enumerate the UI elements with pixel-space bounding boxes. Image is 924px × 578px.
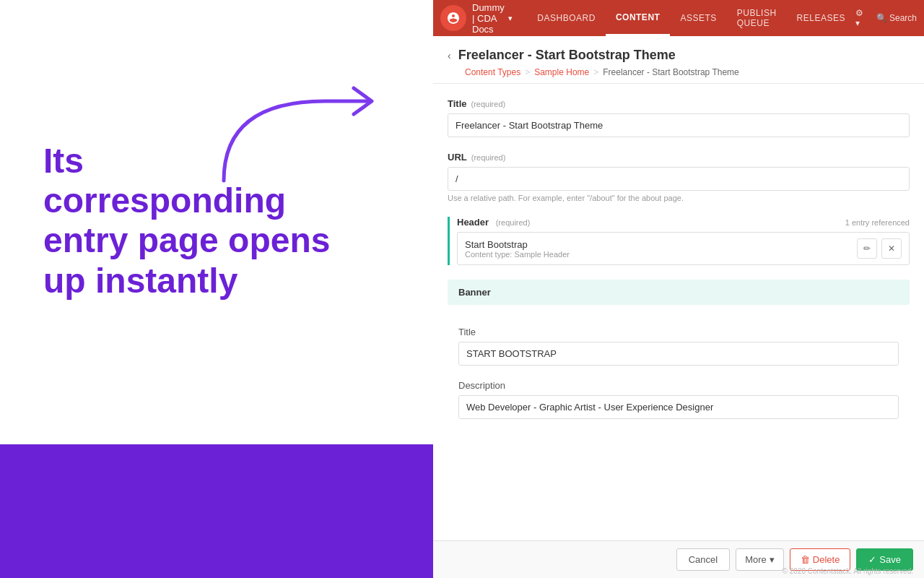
breadcrumb-sep1: > [525,67,530,77]
nav-releases[interactable]: RELEASES [787,0,855,36]
url-hint: Use a relative path. For example, enter … [448,194,910,202]
nav-site-name[interactable]: Dummy | CDA Docs [472,2,505,35]
url-label: URL (required) [448,152,910,163]
nav-items: DASHBOARD CONTENT ASSETS PUBLISH QUEUE R… [527,0,855,36]
hero-text: Its corresponding entry page opens up in… [43,141,330,301]
trash-icon: 🗑 [801,554,810,565]
breadcrumb-current: Freelancer - Start Bootstrap Theme [603,67,739,77]
page-title: Freelancer - Start Bootstrap Theme [458,48,676,63]
banner-description-group: Description [458,380,899,419]
header-required-tag: (required) [496,218,531,227]
edit-icon: ✏ [863,243,871,254]
title-input[interactable] [448,113,910,137]
header-reference-item: Start Bootstrap Content type: Sample Hea… [457,232,910,265]
breadcrumb-content-types[interactable]: Content Types [465,67,520,77]
banner-title-group: Title [458,327,899,366]
navbar: Dummy | CDA Docs ▾ DASHBOARD CONTENT ASS… [433,0,924,36]
reference-item-info: Start Bootstrap Content type: Sample Hea… [465,239,570,259]
right-panel: Dummy | CDA Docs ▾ DASHBOARD CONTENT ASS… [433,0,924,578]
header-count: 1 entry referenced [845,218,910,227]
nav-right: ⚙ ▾ 🔍 Search [855,8,917,28]
nav-assets[interactable]: ASSETS [670,0,726,36]
nav-dashboard[interactable]: DASHBOARD [527,0,606,36]
page-header: ‹ Freelancer - Start Bootstrap Theme Con… [433,36,924,84]
title-field-group: Title (required) [448,98,910,137]
banner-title-label: Title [458,327,899,337]
left-top-section: Its corresponding entry page opens up in… [0,0,433,444]
banner-description-label: Description [458,380,899,391]
nav-content[interactable]: CONTENT [606,0,671,36]
title-required-tag: (required) [471,100,506,108]
edit-reference-button[interactable]: ✏ [857,238,877,259]
nav-dropdown-icon[interactable]: ▾ [508,14,513,23]
breadcrumb: Content Types > Sample Home > Freelancer… [448,67,910,77]
search-button[interactable]: 🔍 Search [876,13,917,23]
reference-actions: ✏ ✕ [857,238,902,259]
more-chevron-icon: ▾ [770,554,775,565]
copyright-text: © 2020 Contentstack. All rights reserved… [783,567,913,575]
left-bottom-section [0,444,433,578]
header-label: Header (required) 1 entry referenced [457,217,910,228]
breadcrumb-sample-home[interactable]: Sample Home [534,67,589,77]
reference-item-type: Content type: Sample Header [465,250,570,259]
remove-icon: ✕ [888,243,895,254]
url-input[interactable] [448,167,910,191]
back-button[interactable]: ‹ [448,50,451,61]
banner-form: Title Description [448,316,910,444]
check-icon: ✓ [868,554,876,565]
breadcrumb-sep2: > [593,67,598,77]
banner-section-header: Banner [448,280,910,305]
settings-icon[interactable]: ⚙ ▾ [855,8,863,28]
cancel-button[interactable]: Cancel [676,548,730,571]
nav-publish-queue[interactable]: PUBLISH QUEUE [727,0,787,36]
form-area: Title (required) URL (required) Use a re… [433,84,924,459]
nav-logo[interactable] [440,5,466,31]
page-header-top: ‹ Freelancer - Start Bootstrap Theme [448,48,910,63]
banner-title-input[interactable] [458,342,899,366]
reference-item-name: Start Bootstrap [465,239,570,250]
title-label: Title (required) [448,98,910,109]
remove-reference-button[interactable]: ✕ [881,238,902,259]
hero-heading: Its corresponding entry page opens up in… [43,141,330,301]
more-button[interactable]: More ▾ [736,548,784,571]
content-area: ‹ Freelancer - Start Bootstrap Theme Con… [433,36,924,540]
url-field-group: URL (required) Use a relative path. For … [448,152,910,202]
header-reference-field: Header (required) 1 entry referenced Sta… [448,217,910,265]
banner-description-input[interactable] [458,395,899,419]
left-panel: Its corresponding entry page opens up in… [0,0,433,578]
url-required-tag: (required) [471,153,506,162]
